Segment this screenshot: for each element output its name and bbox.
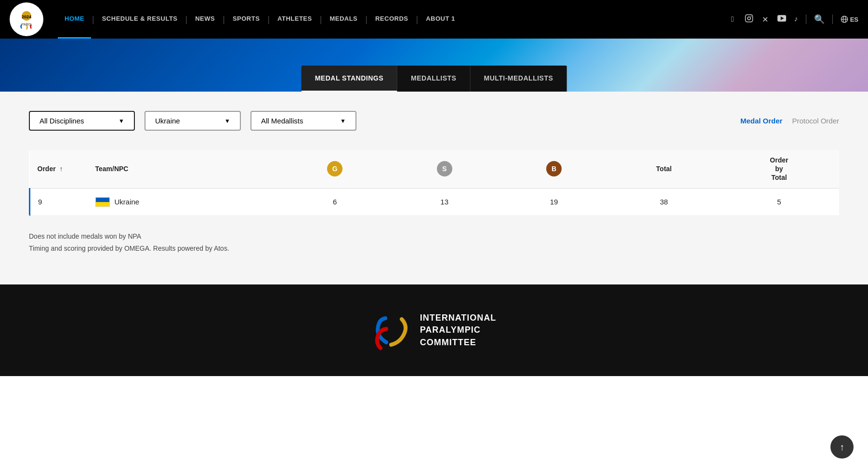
medallists-chevron-icon: ▼	[340, 118, 346, 124]
x-twitter-icon[interactable]: ✕	[761, 15, 770, 24]
nav-sports[interactable]: SPORTS	[226, 0, 266, 39]
medallists-filter[interactable]: All Medallists ▼	[250, 111, 356, 131]
silver-medal-icon: S	[437, 161, 452, 176]
language-selector[interactable]: ES	[841, 15, 858, 23]
nav-links: HOME | SCHEDULE & RESULTS | NEWS | SPORT…	[58, 0, 723, 39]
svg-text:♪: ♪	[794, 14, 798, 23]
sort-asc-icon: ↑	[60, 165, 63, 173]
obt-line1: Order	[770, 156, 788, 164]
gold-medal-icon: G	[327, 161, 342, 176]
nav-divider-social	[806, 14, 806, 24]
nav-sep-7: |	[415, 14, 419, 25]
footer-line2: PARALYMPIC	[420, 324, 497, 336]
main-content: All Disciplines ▼ Ukraine ▼ All Medallis…	[0, 92, 868, 284]
footnotes: Does not include medals won by NPA Timin…	[29, 230, 839, 255]
nav-sep-3: |	[222, 14, 226, 25]
nav-sep-1: |	[91, 14, 95, 25]
tab-medallists[interactable]: MEDALLISTS	[397, 66, 470, 92]
obt-line2: by	[775, 165, 783, 173]
nav-news[interactable]: NEWS	[188, 0, 222, 39]
country-name: Ukraine	[115, 198, 140, 206]
globe-icon	[841, 15, 848, 23]
row-bronze: 19	[499, 188, 608, 216]
row-gold: 6	[280, 188, 390, 216]
table-header: Order ↑ Team/NPC G S B Total Order by	[30, 150, 840, 188]
navbar: 2024 PARIS HOME | SCHEDULE & RESULTS | N…	[0, 0, 868, 39]
col-order: Order ↑	[30, 150, 88, 188]
country-filter[interactable]: Ukraine ▼	[145, 111, 241, 131]
hero-tabs: MEDAL STANDINGS MEDALLISTS MULTI-MEDALLI…	[302, 66, 567, 92]
search-icon[interactable]: 🔍	[814, 14, 825, 25]
nav-divider-lang	[832, 14, 833, 24]
row-order-by-total: 5	[719, 188, 839, 216]
footer: INTERNATIONAL PARALYMPIC COMMITTEE	[0, 284, 868, 376]
svg-rect-3	[745, 15, 752, 22]
filters-row: All Disciplines ▼ Ukraine ▼ All Medallis…	[29, 111, 839, 131]
medal-standings-table: Order ↑ Team/NPC G S B Total Order by	[29, 150, 839, 216]
footnote-timing: Timing and scoring provided by OMEGA. Re…	[29, 243, 839, 255]
footer-org-name: INTERNATIONAL PARALYMPIC COMMITTEE	[420, 312, 497, 349]
lang-label: ES	[850, 16, 858, 23]
tab-multi-medallists[interactable]: MULTI-MEDALLISTS	[470, 66, 566, 92]
ipc-agitos-icon	[372, 309, 410, 352]
obt-line3: Total	[771, 174, 787, 181]
nav-medals[interactable]: MEDALS	[323, 0, 364, 39]
nav-home[interactable]: HOME	[58, 0, 91, 39]
nav-sep-2: |	[184, 14, 189, 25]
nav-about[interactable]: ABOUT 1	[419, 0, 462, 39]
logo-svg: 2024 PARIS	[14, 7, 39, 31]
col-silver: S	[390, 150, 499, 188]
row-total: 38	[609, 188, 719, 216]
site-logo[interactable]: 2024 PARIS	[10, 2, 43, 36]
col-team-npc: Team/NPC	[88, 150, 280, 188]
svg-text:2024: 2024	[22, 14, 31, 19]
bronze-medal-icon: B	[546, 161, 562, 176]
ukraine-flag	[95, 197, 110, 207]
hero-banner: MEDAL STANDINGS MEDALLISTS MULTI-MEDALLI…	[0, 39, 868, 92]
col-bronze: B	[499, 150, 608, 188]
protocol-order-link[interactable]: Protocol Order	[792, 117, 839, 125]
nav-athletes[interactable]: ATHLETES	[271, 0, 319, 39]
tab-medal-standings[interactable]: MEDAL STANDINGS	[302, 66, 397, 92]
youtube-icon[interactable]	[777, 15, 787, 24]
country-chevron-icon: ▼	[224, 118, 230, 124]
footer-line3: COMMITTEE	[420, 337, 497, 349]
nav-schedule[interactable]: SCHEDULE & RESULTS	[95, 0, 184, 39]
row-country: Ukraine	[88, 188, 280, 216]
discipline-value: All Disciplines	[39, 117, 84, 125]
footer-line1: INTERNATIONAL	[420, 312, 497, 324]
footnote-npa: Does not include medals won by NPA	[29, 230, 839, 243]
col-total: Total	[609, 150, 719, 188]
ipc-logo: INTERNATIONAL PARALYMPIC COMMITTEE	[372, 309, 497, 352]
country-value: Ukraine	[155, 117, 180, 125]
tiktok-icon[interactable]: ♪	[793, 14, 803, 25]
country-cell: Ukraine	[95, 197, 273, 207]
row-silver: 13	[390, 188, 499, 216]
discipline-chevron-icon: ▼	[118, 118, 124, 124]
col-order-by-total: Order by Total	[719, 150, 839, 188]
nav-social:  ✕ ♪	[728, 14, 803, 25]
instagram-icon[interactable]	[744, 14, 754, 25]
medal-order-link[interactable]: Medal Order	[740, 117, 783, 125]
order-links: Medal Order Protocol Order	[740, 117, 839, 125]
nav-sep-5: |	[319, 14, 323, 25]
facebook-icon[interactable]: 	[728, 15, 737, 24]
nav-records[interactable]: RECORDS	[368, 0, 415, 39]
nav-right: 🔍 ES	[814, 14, 858, 25]
svg-point-4	[748, 17, 750, 20]
col-gold: G	[280, 150, 390, 188]
nav-sep-4: |	[266, 14, 271, 25]
table-row: 9 Ukraine 6 13 19 38 5	[30, 188, 840, 216]
svg-point-5	[750, 16, 751, 17]
hero-tabs-container: MEDAL STANDINGS MEDALLISTS MULTI-MEDALLI…	[302, 66, 567, 92]
row-order: 9	[30, 188, 88, 216]
medallists-value: All Medallists	[261, 117, 303, 125]
nav-sep-6: |	[364, 14, 368, 25]
order-by-total-label: Order by Total	[727, 156, 831, 182]
discipline-filter[interactable]: All Disciplines ▼	[29, 111, 135, 131]
col-order-label: Order	[38, 165, 56, 173]
